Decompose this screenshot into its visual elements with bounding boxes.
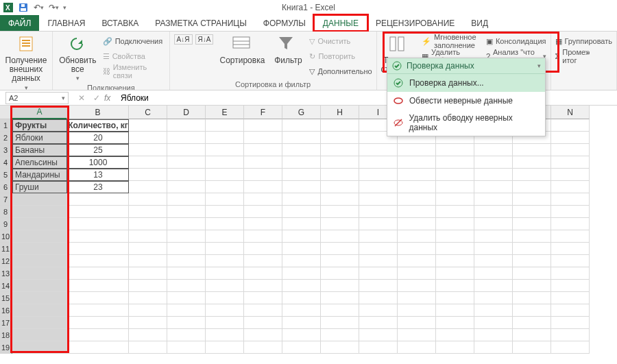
- cell[interactable]: [129, 304, 167, 317]
- cell[interactable]: [206, 206, 244, 218]
- column-header-E[interactable]: E: [206, 106, 244, 119]
- cell[interactable]: [398, 317, 436, 329]
- cell[interactable]: [282, 329, 321, 341]
- cell[interactable]: [398, 292, 436, 304]
- cell[interactable]: [206, 243, 244, 255]
- cell[interactable]: [321, 132, 359, 144]
- cell[interactable]: [206, 169, 244, 181]
- cell[interactable]: [551, 292, 590, 304]
- row-header[interactable]: 3: [0, 144, 12, 156]
- cell[interactable]: [321, 243, 359, 255]
- cell[interactable]: [398, 169, 436, 181]
- cell[interactable]: [167, 317, 206, 329]
- cell[interactable]: [398, 329, 436, 341]
- cell[interactable]: [551, 119, 590, 132]
- cell[interactable]: [282, 218, 321, 230]
- cell[interactable]: [513, 156, 551, 169]
- cell[interactable]: [12, 317, 67, 329]
- cell[interactable]: [206, 218, 244, 230]
- cell[interactable]: [321, 341, 359, 354]
- cell[interactable]: [167, 169, 206, 181]
- cell[interactable]: [167, 193, 206, 206]
- cell[interactable]: [359, 341, 398, 354]
- cell[interactable]: [436, 230, 474, 243]
- cell[interactable]: [167, 243, 206, 255]
- cell[interactable]: [206, 329, 244, 341]
- cell[interactable]: [436, 255, 474, 267]
- cell[interactable]: [321, 119, 359, 132]
- cell[interactable]: [282, 230, 321, 243]
- cell[interactable]: [206, 280, 244, 292]
- tab-insert[interactable]: ВСТАВКА: [93, 15, 147, 31]
- cell[interactable]: [321, 329, 359, 341]
- cell[interactable]: [206, 144, 244, 156]
- cell[interactable]: [551, 156, 590, 169]
- tab-data[interactable]: ДАННЫЕ: [314, 15, 367, 31]
- cell[interactable]: [12, 193, 67, 206]
- cell[interactable]: [67, 206, 129, 218]
- cell[interactable]: [244, 304, 282, 317]
- column-header-H[interactable]: H: [321, 106, 359, 119]
- cell[interactable]: [359, 280, 398, 292]
- cell[interactable]: [244, 144, 282, 156]
- cell[interactable]: [551, 132, 590, 144]
- cell[interactable]: [244, 119, 282, 132]
- cell[interactable]: [167, 156, 206, 169]
- cell[interactable]: [167, 181, 206, 193]
- cell[interactable]: [206, 181, 244, 193]
- row-header[interactable]: 11: [0, 243, 12, 255]
- cell[interactable]: [244, 181, 282, 193]
- cell[interactable]: [12, 255, 67, 267]
- cell[interactable]: [244, 317, 282, 329]
- cancel-button[interactable]: ✕: [74, 93, 89, 103]
- row-header[interactable]: 17: [0, 317, 12, 329]
- row-header[interactable]: 15: [0, 292, 12, 304]
- cell[interactable]: [321, 181, 359, 193]
- cell[interactable]: [244, 206, 282, 218]
- row-header[interactable]: 19: [0, 341, 12, 354]
- cell[interactable]: [359, 329, 398, 341]
- cell[interactable]: Бананы: [12, 144, 67, 156]
- cell[interactable]: [551, 230, 590, 243]
- cell[interactable]: [244, 156, 282, 169]
- cell[interactable]: [436, 280, 474, 292]
- cell[interactable]: [474, 267, 513, 280]
- cell[interactable]: [244, 267, 282, 280]
- column-header-N[interactable]: N: [551, 106, 590, 119]
- cell[interactable]: [12, 304, 67, 317]
- get-external-data-button[interactable]: Получение внешних данных ▾: [4, 33, 48, 90]
- cell[interactable]: [321, 230, 359, 243]
- cell[interactable]: [436, 169, 474, 181]
- cell[interactable]: [474, 280, 513, 292]
- cell[interactable]: [167, 230, 206, 243]
- cell[interactable]: [513, 304, 551, 317]
- cell[interactable]: [513, 267, 551, 280]
- row-header[interactable]: 13: [0, 267, 12, 280]
- cell[interactable]: [129, 243, 167, 255]
- cell[interactable]: [12, 280, 67, 292]
- cell[interactable]: [474, 169, 513, 181]
- cell[interactable]: [398, 206, 436, 218]
- cell[interactable]: [282, 206, 321, 218]
- row-header[interactable]: 16: [0, 304, 12, 317]
- tab-page-layout[interactable]: РАЗМЕТКА СТРАНИЦЫ: [147, 15, 255, 31]
- select-all-corner[interactable]: [0, 106, 12, 119]
- cell[interactable]: [129, 169, 167, 181]
- cell[interactable]: [359, 243, 398, 255]
- cell[interactable]: [167, 304, 206, 317]
- row-header[interactable]: 8: [0, 206, 12, 218]
- row-header[interactable]: 12: [0, 255, 12, 267]
- subtotal-button[interactable]: Σ Промежуточный итог: [555, 49, 613, 63]
- cell[interactable]: [67, 292, 129, 304]
- cell[interactable]: [359, 193, 398, 206]
- cell[interactable]: [398, 156, 436, 169]
- cell[interactable]: [474, 218, 513, 230]
- cell[interactable]: [398, 280, 436, 292]
- cell[interactable]: [321, 156, 359, 169]
- cell[interactable]: [551, 267, 590, 280]
- cell[interactable]: [474, 193, 513, 206]
- cell[interactable]: [244, 193, 282, 206]
- cell[interactable]: [12, 292, 67, 304]
- cell[interactable]: [359, 169, 398, 181]
- row-header[interactable]: 4: [0, 156, 12, 169]
